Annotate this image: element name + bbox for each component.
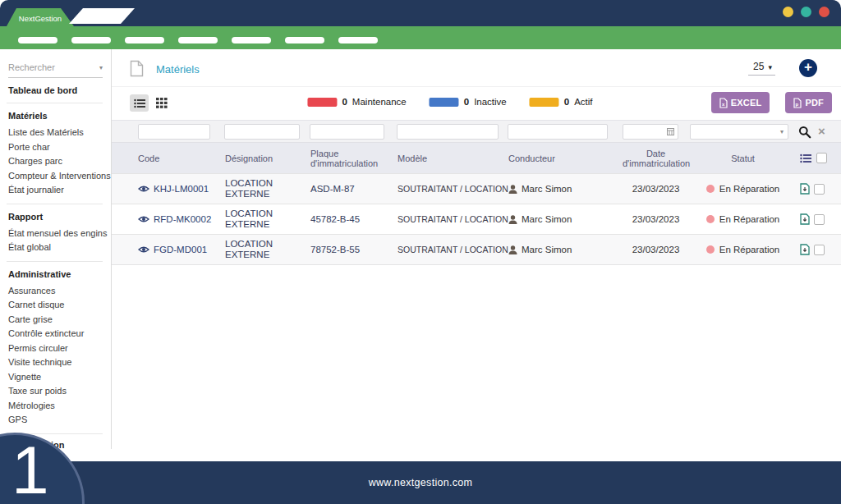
sidebar-item-gps[interactable]: GPS xyxy=(0,413,111,428)
pdf-button[interactable]: p PDF xyxy=(785,92,832,113)
legend-swatch-actif xyxy=(530,98,559,107)
svg-text:x: x xyxy=(722,101,725,106)
column-header-designation[interactable]: Désignation xyxy=(223,150,309,167)
row-checkbox[interactable] xyxy=(814,184,825,195)
file-export-icon[interactable] xyxy=(800,244,810,255)
sidebar-item-liste-des-materiels[interactable]: Liste des Matériels xyxy=(0,126,111,140)
status-dot xyxy=(706,245,715,254)
grid-icon xyxy=(156,98,168,108)
sidebar-divider xyxy=(7,261,103,262)
grid-view-button[interactable] xyxy=(153,94,170,112)
nav-pill[interactable] xyxy=(285,37,324,44)
eye-icon[interactable] xyxy=(138,245,149,254)
sidebar-item-carte-grise[interactable]: Carte grise xyxy=(0,313,111,328)
nav-pill[interactable] xyxy=(71,37,111,44)
sidebar-item-tableau-de-bord[interactable]: Tableau de bord xyxy=(0,85,111,97)
row-conducteur: Marc Simon xyxy=(522,184,572,194)
row-plaque: 78752-B-55 xyxy=(309,242,396,257)
sidebar-item-taxe-sur-poids[interactable]: Taxe sur poids xyxy=(0,384,111,399)
nav-pill[interactable] xyxy=(338,37,378,44)
filter-modele-input[interactable] xyxy=(397,124,499,140)
sidebar-item-permis-circuler[interactable]: Permis circuler xyxy=(0,341,111,356)
column-header-conducteur[interactable]: Conducteur xyxy=(507,150,621,167)
column-options-icon[interactable] xyxy=(800,153,811,163)
column-header-statut[interactable]: Statut xyxy=(691,150,795,167)
sidebar-search-select[interactable]: Rechercher ▾ xyxy=(8,62,103,78)
legend-actif: 0 Actif xyxy=(530,97,593,107)
window-dot-yellow-icon[interactable] xyxy=(783,7,793,17)
filter-conducteur-input[interactable] xyxy=(508,124,608,140)
legend-label: Maintenance xyxy=(352,97,407,107)
legend-count: 0 xyxy=(564,97,569,107)
sidebar-item-porte-char[interactable]: Porte char xyxy=(0,140,111,155)
page-header: Matériels 25▾ + xyxy=(112,49,841,87)
sidebar-item-controle-extincteur[interactable]: Contrôle extincteur xyxy=(0,327,111,341)
row-designation: LOCATION EXTERNE xyxy=(223,206,291,232)
nav-pill[interactable] xyxy=(125,37,164,44)
window-dot-red-icon[interactable] xyxy=(819,7,830,17)
row-checkbox[interactable] xyxy=(814,245,825,255)
status-badge: En Réparation xyxy=(719,214,780,224)
eye-icon[interactable] xyxy=(138,215,149,223)
sidebar-item-assurances[interactable]: Assurances xyxy=(0,284,111,299)
clear-filters-icon[interactable]: × xyxy=(818,124,825,138)
file-export-icon[interactable] xyxy=(800,183,810,195)
calendar-icon xyxy=(667,128,674,135)
select-all-checkbox[interactable] xyxy=(816,153,827,163)
filter-plaque-input[interactable] xyxy=(310,124,384,140)
excel-button[interactable]: x EXCEL xyxy=(711,92,770,113)
sidebar-item-etat-global[interactable]: État global xyxy=(0,241,111,255)
sidebar-item-etat-mensuel-des-engins[interactable]: État mensuel des engins xyxy=(0,227,111,241)
sidebar-item-compteur-interventions[interactable]: Compteur & Interventions xyxy=(0,169,111,184)
sidebar-section-materiels[interactable]: Matériels xyxy=(0,110,111,122)
row-modele: SOUTRAITANT / LOCATION xyxy=(396,181,507,196)
file-export-icon[interactable] xyxy=(800,213,810,225)
nav-pill[interactable] xyxy=(18,37,57,44)
legend-inactive: 0 Inactive xyxy=(430,97,507,107)
brand-name: NextGestion xyxy=(19,14,62,23)
column-header-modele[interactable]: Modèle xyxy=(396,150,507,167)
page-title: Matériels xyxy=(156,63,200,76)
sidebar-section-administrative[interactable]: Administrative xyxy=(0,268,111,281)
status-badge: En Réparation xyxy=(719,184,780,194)
row-designation: LOCATION EXTERNE xyxy=(223,236,291,263)
row-date: 23/03/2023 xyxy=(621,212,691,227)
column-header-code[interactable]: Code xyxy=(136,150,223,167)
eye-icon[interactable] xyxy=(138,185,149,193)
table-row[interactable]: RFD-MK0002 LOCATION EXTERNE 45782-B-45 S… xyxy=(112,204,841,234)
document-icon xyxy=(130,60,144,77)
search-icon[interactable] xyxy=(798,126,811,139)
pdf-button-label: PDF xyxy=(805,98,824,108)
sidebar-item-metrologies[interactable]: Métrologies xyxy=(0,399,111,414)
filter-code-input[interactable] xyxy=(138,124,210,140)
page-size-select[interactable]: 25▾ xyxy=(748,61,775,76)
sidebar-item-charges-parc[interactable]: Charges parc xyxy=(0,154,111,169)
row-checkbox[interactable] xyxy=(814,214,825,225)
nav-pill[interactable] xyxy=(178,37,218,44)
sidebar-item-visite-technique[interactable]: Visite technique xyxy=(0,355,111,370)
sidebar-item-vignette[interactable]: Vignette xyxy=(0,370,111,385)
table-row[interactable]: FGD-MD001 LOCATION EXTERNE 78752-B-55 SO… xyxy=(112,234,841,264)
row-code[interactable]: RFD-MK0002 xyxy=(154,214,211,224)
sidebar-item-etat-journalier[interactable]: État journalier xyxy=(0,183,111,198)
row-code[interactable]: FGD-MD001 xyxy=(154,245,207,254)
svg-text:p: p xyxy=(796,101,799,106)
table-body: KHJ-LM0001 LOCATION EXTERNE ASD-M-87 SOU… xyxy=(112,173,841,265)
sidebar-item-carnet-disque[interactable]: Carnet disque xyxy=(0,298,111,313)
legend-maintenance: 0 Maintenance xyxy=(307,97,406,107)
app-window: NextGestion Rechercher ▾ Tableau de bord… xyxy=(0,0,841,504)
chevron-down-icon: ▾ xyxy=(99,64,103,71)
export-buttons: x EXCEL p PDF xyxy=(711,92,832,113)
filter-statut-select[interactable]: ▾ xyxy=(690,124,788,140)
row-code[interactable]: KHJ-LM0001 xyxy=(154,184,209,194)
window-dot-teal-icon[interactable] xyxy=(801,7,811,17)
column-header-date[interactable]: Date d'immatriculation xyxy=(621,145,691,172)
sidebar-section-rapport[interactable]: Rapport xyxy=(0,211,111,223)
column-header-plaque[interactable]: Plaque d'immatriculation xyxy=(309,145,396,172)
nav-pill[interactable] xyxy=(232,37,271,44)
list-view-button[interactable] xyxy=(130,94,149,112)
table-row[interactable]: KHJ-LM0001 LOCATION EXTERNE ASD-M-87 SOU… xyxy=(112,173,841,204)
filter-designation-input[interactable] xyxy=(224,124,300,140)
add-button[interactable]: + xyxy=(799,59,817,77)
view-toggle xyxy=(130,94,170,112)
